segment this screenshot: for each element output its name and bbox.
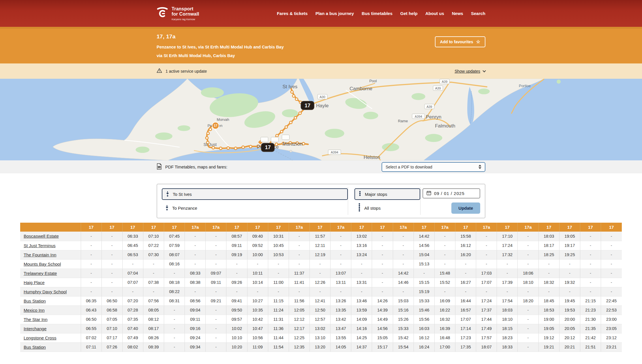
stop-link[interactable]: Humphry Davy School [24, 289, 67, 294]
route-marker-17[interactable]: 17 [261, 143, 275, 152]
stop-name-cell: The Star Inn [20, 315, 81, 324]
time-cell: 14:16 [351, 324, 372, 333]
time-cell: - [476, 250, 497, 259]
direction-option-to-penzance[interactable]: To Penzance [162, 202, 348, 214]
time-cell: - [580, 250, 601, 259]
time-cell: 22:53 [601, 305, 622, 315]
stop-link[interactable]: St Just Terminus [24, 243, 56, 248]
time-cell: 11:15 [268, 296, 289, 305]
pdf-select-value: Select a PDF to download [386, 165, 432, 169]
stop-link[interactable]: Haig Place [24, 280, 45, 285]
time-cell: 07:04 [122, 269, 143, 278]
time-cell: - [518, 232, 538, 241]
route-map[interactable]: A30A39A39A39A394A394St IvesHaylePoolCamb… [0, 79, 642, 160]
time-cell: 14:49 [372, 315, 393, 324]
stops-option-major-stops[interactable]: Major stops [354, 188, 420, 200]
route-column-header: 17 [102, 223, 122, 232]
nav-link-search[interactable]: Search [471, 11, 485, 16]
time-cell: - [164, 342, 185, 352]
time-cell: 08:31 [164, 296, 185, 305]
time-cell: 13:02 [310, 324, 331, 333]
time-cell: 06:43 [81, 305, 102, 315]
nav-link-get-help[interactable]: Get help [400, 11, 418, 16]
stop-name-cell: Bus Station [20, 296, 81, 305]
time-cell: - [601, 241, 622, 250]
time-cell: 14:39 [372, 305, 393, 315]
route-marker-17[interactable]: 17 [301, 101, 314, 110]
time-cell: 08:16 [164, 259, 185, 269]
route-column-header: 17 [268, 223, 289, 232]
stop-name-cell: Bus Station [20, 342, 81, 352]
time-cell: 19:17 [559, 241, 580, 250]
time-cell: 15:05 [372, 333, 393, 342]
direction-option-to-st-ives[interactable]: To St Ives [162, 188, 348, 200]
stop-link[interactable]: Bus Station [24, 345, 46, 350]
stops-option-all-stops[interactable]: All stops [354, 202, 420, 214]
time-cell: 08:07 [164, 250, 185, 259]
nav-link-about-us[interactable]: About us [425, 11, 444, 16]
nav-link-news[interactable]: News [452, 11, 463, 16]
map-label-st-just: St Just [204, 142, 217, 147]
time-cell: 09:19 [226, 250, 247, 259]
time-cell: 12:41 [310, 296, 331, 305]
show-updates-link[interactable]: Show updates [455, 69, 485, 74]
route-column-header: 17a [185, 223, 206, 232]
time-cell: 12:50 [310, 305, 331, 315]
date-input[interactable]: 1 09 / 01 / 2025 [423, 188, 480, 198]
time-cell: 15:26 [393, 315, 414, 324]
time-cell: - [372, 269, 393, 278]
direction-options: To St IvesTo Penzance [162, 188, 348, 214]
stop-link[interactable]: Interchange [24, 326, 46, 331]
route-column-header: 17 [414, 223, 434, 232]
update-button[interactable]: Update [451, 202, 480, 214]
time-cell: - [81, 278, 102, 287]
stop-link[interactable]: The Fountain Inn [24, 252, 56, 257]
time-cell: - [206, 333, 226, 342]
time-cell: 12:11 [310, 241, 331, 250]
time-cell: 07:22 [143, 241, 164, 250]
map-label-camborne: Camborne [350, 86, 372, 91]
time-cell: 06:45 [122, 241, 143, 250]
time-cell: - [185, 241, 206, 250]
time-cell: 14:42 [393, 269, 414, 278]
stop-link[interactable]: Mexico Inn [24, 308, 45, 313]
time-cell: 18:32 [538, 278, 559, 287]
stop-link[interactable]: Mounts Bay School [24, 262, 61, 267]
nav-link-plan-a-bus-journey[interactable]: Plan a bus journey [316, 11, 354, 16]
time-cell: 15:03 [393, 296, 414, 305]
time-cell: 17:24 [476, 296, 497, 305]
service-update-text: 1 active service update [166, 69, 207, 74]
brand-logo[interactable]: Transport for Cornwall Karyans rag Kerno… [157, 6, 199, 21]
nav-link-bus-timetables[interactable]: Bus timetables [362, 11, 393, 16]
time-cell: - [185, 232, 206, 241]
stop-link[interactable]: The Star Inn [24, 317, 48, 322]
time-cell: - [434, 241, 455, 250]
time-cell: 16:39 [434, 324, 455, 333]
time-cell: - [580, 287, 601, 296]
time-cell: 13:42 [331, 315, 351, 324]
time-cell: 07:26 [102, 342, 122, 352]
road-badge-a30: A30 [318, 94, 327, 99]
time-cell: - [518, 333, 538, 342]
stop-link[interactable]: Boscaswell Estate [24, 234, 59, 239]
time-cell: - [331, 232, 351, 241]
timetable-section: 171717171717a17a17171717a1717a171717a171… [20, 223, 622, 352]
nav-link-fares-tickets[interactable]: Fares & tickets [277, 11, 308, 16]
time-cell: - [331, 259, 351, 269]
add-to-favourites-button[interactable]: Add to favourites ☆ [435, 36, 485, 47]
date-value: 09 / 01 / 2025 [434, 191, 465, 196]
stop-name-cell: Longstone Cross [20, 333, 81, 342]
stop-link[interactable]: Longstone Cross [24, 335, 56, 340]
pdf-select-dropdown[interactable]: Select a PDF to download [382, 162, 485, 172]
time-cell: - [102, 259, 122, 269]
time-cell: 18:20 [518, 296, 538, 305]
time-cell: - [289, 250, 309, 259]
stop-link[interactable]: Bus Station [24, 299, 46, 303]
time-cell: - [247, 287, 268, 296]
time-cell: 18:25 [538, 250, 559, 259]
time-cell: 19:05 [538, 324, 559, 333]
time-cell: - [393, 287, 414, 296]
route-marker-17[interactable]: 17 [212, 122, 219, 129]
time-cell: - [226, 259, 247, 269]
stop-link[interactable]: Trelawney Estate [24, 271, 57, 276]
